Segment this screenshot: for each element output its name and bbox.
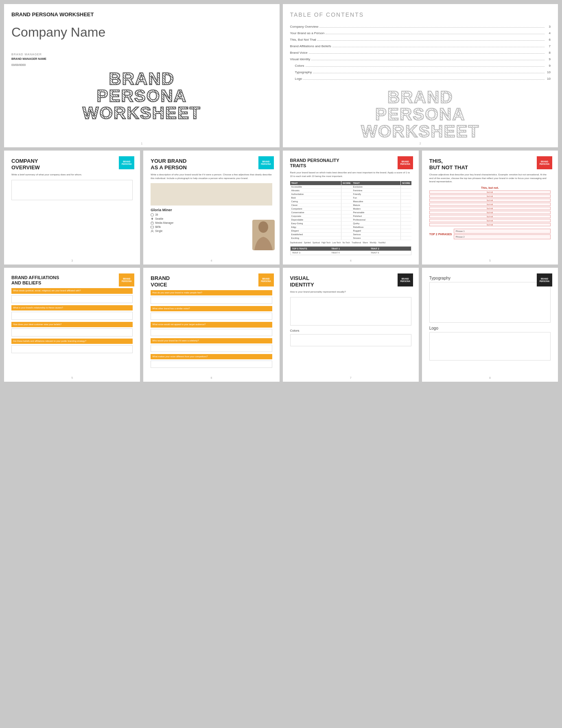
voice-q1: How do you want your brand to make peopl… [151,290,272,295]
page-cover: BRAND PERSONA WORKSHEET Company Name BRA… [4,4,280,147]
brand-photo-area [151,183,272,206]
not-cell-5 [494,208,550,209]
table-row: Easy-GoingQuirky [290,222,411,225]
toc-dots-3 [317,40,545,41]
cover-manager-label: BRAND MANAGER [11,52,272,57]
logo-label: Logo [429,326,551,330]
voice-title: BRANDVOICE [151,275,272,288]
page-this-not-that: BRANDPERSONA THIS,BUT NOT THAT Choose ad… [422,151,558,265]
cover-date: 00/00/0000 [11,63,272,66]
page-num-7: 5 [71,376,73,379]
table-row: EdgyRebellious [290,225,411,229]
toc-num-6: 9 [546,56,551,63]
toc-label-1: Company Overview [290,24,319,30]
voice-q5: What makes your voice different from you… [151,354,272,359]
page-toc: TABLE OF CONTENTS Company Overview 3 You… [283,4,558,147]
svg-point-3 [258,221,268,233]
toc-label-2: Your Brand as a Person [290,30,325,37]
this-cell-9 [430,224,486,225]
svg-rect-1 [151,222,153,224]
not-cell-7 [494,216,550,217]
cover-company: Company Name [11,25,272,40]
table-row: AltruisticFeminine [290,189,411,192]
top5-label: TOP 5 TRAITS [292,247,331,250]
job-icon [151,221,154,225]
person-photo-svg [252,220,275,250]
but-not-row-7: but not [429,215,551,218]
trait1-label: TRAIT 1 [331,247,370,250]
toc-num-2: 4 [546,30,551,37]
toc-item-5: Brand Voice 8 [290,50,551,56]
cover-header: BRAND PERSONA WORKSHEET [11,11,272,17]
page-brand-personality: BRANDPERSONA BRAND PERSONALITYTRAITS Ran… [283,151,419,265]
table-row: ElegantRugged [290,229,411,233]
visual-subtitle: How is your brand personality represente… [290,290,411,293]
affil-q4: Are these beliefs and affiliations relev… [11,339,133,344]
toc-dots-2 [326,34,545,34]
sep-5: but not [486,207,494,210]
this-cell-5 [430,208,486,209]
phrase2-box: Phrase 2 [454,234,551,239]
toc-num-8: 10 [546,69,551,76]
toc-num-5: 8 [546,50,551,56]
this-cell-6 [430,212,486,213]
affiliations-questions: What ideals (political, social, religiou… [11,288,133,353]
toc-dots-7 [306,66,545,67]
page-visual-identity: BRANDPERSONA VISUALIDENTITY How is your … [283,268,419,382]
affil-a3 [11,328,133,337]
voice-a1 [151,297,272,304]
toc-dots-5 [309,53,545,54]
col-score1: SCORE [341,181,352,185]
cover-manager-name: BRAND MANAGER NAME [11,57,272,60]
top2-label: TOP 2 PHRASES [429,233,452,236]
page-brand-voice: BRANDPERSONA BRANDVOICE How do you want … [143,268,279,382]
age-icon [151,213,154,216]
voice-q3: What voice would not appeal to your targ… [151,322,272,327]
toc-item-6: Visual Identity 9 [290,56,551,63]
table-row: CleverMature [290,203,411,207]
company-overview-text-box [11,180,133,200]
not-cell-4 [494,203,550,205]
but-not-row-8: but not [429,219,551,222]
sep-6: but not [486,211,494,214]
not-cell-3 [494,199,550,201]
income-icon [151,225,154,229]
page-num-5: 4 [350,259,352,262]
but-not-row-2: but not [429,195,551,198]
table-row: CaringMasculine [290,200,411,203]
phrases-area: Phrase 1 Phrase 2 [454,229,551,240]
toc-item-9: Logo 10 [290,76,551,82]
trait2-label: TRAIT 2 [371,247,409,250]
toc-dots-8 [313,73,545,73]
typography-box [429,282,551,323]
affil-q3: How does your ideal customer view your b… [11,322,133,327]
brand-personality-title: BRAND PERSONALITYTRAITS [290,158,411,168]
not-cell-1 [494,191,550,193]
page-num-8: 6 [210,376,212,379]
cover-stamp: BRAND PERSONA WORKSHEET [11,70,272,122]
col-score2: SCORE [401,181,411,185]
voice-questions: How do you want your brand to make peopl… [151,290,272,368]
sep-3: but not [486,199,494,201]
colors-label: Colors [290,329,411,332]
company-overview-title: COMPANYOVERVIEW [11,158,133,171]
sep-8: but not [486,219,494,222]
toc-item-3: This, But Not That 6 [290,37,551,43]
brand-personality-subtitle: Rank your brand based on which traits be… [290,171,411,178]
but-not-row-5: but not [429,207,551,210]
visual-main-box [290,297,411,326]
top-traits: TOP 5 TRAITS TRAIT 1 TRAIT 2 TRAIT 3 TRA… [290,246,411,255]
this-cell-7 [430,216,486,217]
toc-stamp: BRAND PERSONA WORKSHEET [290,89,551,140]
page-num-6: 5 [489,259,491,262]
traits-col3: Sophisticated Spirited Spiritual High Te… [290,241,411,244]
table-row: DependableProfessional [290,218,411,222]
this-cell-2 [430,195,486,197]
person-photo [252,220,275,250]
toc-label-3: This, But Not That [290,37,316,43]
table-row: BoldFun [290,196,411,200]
table-row: ExcitingSincere [290,236,411,240]
brand-badge-this-not: BRANDPERSONA [537,156,552,169]
brand-badge-personality: BRANDPERSONA [398,156,413,169]
toc-num-4: 7 [546,43,551,50]
